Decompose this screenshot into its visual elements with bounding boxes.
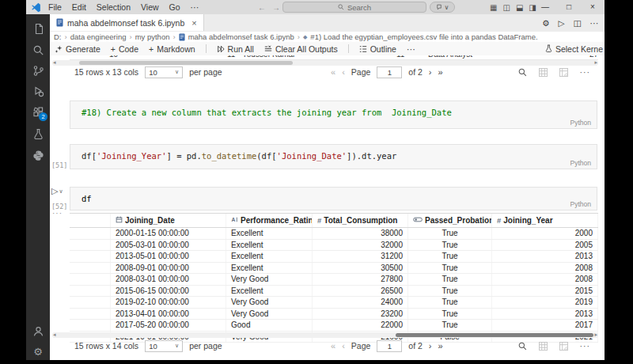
code-cell-assign[interactable]: df['Joining_Year'] = pd.to_datetime(df['… [70, 144, 597, 169]
table-cell: Excellent [226, 240, 313, 251]
grid-edit-icon[interactable] [559, 68, 568, 77]
minimize-button[interactable]: — [533, 0, 557, 14]
add-markdown-cell-button[interactable]: +Markdown [149, 44, 195, 54]
toolbar-more-icon[interactable]: ⋯ [407, 44, 415, 54]
search-icon [338, 4, 344, 10]
clear-all-icon [264, 45, 272, 53]
breadcrumb-folder-2[interactable]: my python [135, 32, 170, 41]
more-options-icon[interactable]: ··· [580, 67, 591, 77]
tab-close-icon[interactable]: × [191, 18, 196, 28]
toolbar-divider [348, 44, 349, 53]
outline-button[interactable]: Outline [359, 44, 396, 54]
menu-selection[interactable]: Selection [93, 2, 135, 12]
column-header-Passed_Probation[interactable]: Passed_Probation [408, 214, 492, 227]
breadcrumb-folder-1[interactable]: data engineering [70, 32, 127, 41]
column-header-Joining_Date[interactable]: Joining_Date [111, 214, 226, 227]
settings-gear-icon[interactable]: ⚙ [26, 342, 50, 360]
title-bar: File Edit Selection View Go ⋯ ← → Search… [26, 0, 605, 14]
cell-code[interactable]: df [81, 194, 92, 203]
split-editor-icon[interactable]: ◫ [574, 18, 582, 28]
page-number-input[interactable]: 1 [377, 340, 402, 352]
account-icon[interactable] [26, 321, 50, 340]
run-cell-button[interactable]: ▷ ∨ [51, 186, 63, 196]
notebook-file-icon [179, 33, 185, 41]
select-kernel-button[interactable]: Select Kerne [545, 42, 603, 55]
command-center-search[interactable]: Search [282, 2, 426, 13]
menu-file[interactable]: File [44, 2, 66, 12]
explorer-icon[interactable] [26, 19, 50, 38]
table-cell: Excellent [226, 251, 313, 262]
python-icon[interactable] [26, 146, 50, 165]
menu-go[interactable]: Go [165, 2, 184, 12]
source-control-icon[interactable] [26, 61, 50, 80]
cell-code[interactable]: df['Joining_Year'] = pd.to_datetime(df['… [81, 151, 396, 161]
first-page-button[interactable]: « [331, 341, 335, 351]
forward-icon[interactable]: → [272, 3, 280, 12]
scroll-left-icon: ◂ [53, 59, 56, 66]
page-size-dropdown[interactable]: 10 ∨ [145, 66, 183, 78]
testing-icon[interactable] [26, 124, 50, 143]
toggle-sidebar-icon[interactable]: ◫ [502, 3, 510, 12]
search-icon[interactable] [518, 342, 527, 351]
cell-code[interactable]: #18) Create a new column that extracts t… [81, 108, 452, 117]
page-number-input[interactable]: 1 [377, 66, 402, 78]
last-page-button[interactable]: » [438, 67, 443, 77]
more-actions-icon[interactable]: ⋯ [590, 18, 599, 28]
column-header-Joining_Year[interactable]: #Joining_Year [492, 214, 598, 227]
run-action-icon[interactable]: ▷ [559, 18, 565, 28]
first-page-button[interactable]: « [331, 67, 335, 77]
code-cell-df[interactable]: df Python [70, 187, 597, 210]
cell-more-actions-icon[interactable]: ··· [52, 209, 63, 218]
table-cell: 2000 [492, 228, 598, 239]
prev-page-button[interactable]: ‹ [342, 67, 345, 77]
clear-all-outputs-button[interactable]: Clear All Outputs [264, 44, 338, 54]
search-icon[interactable] [518, 68, 527, 77]
grid-view-icon[interactable] [539, 68, 548, 77]
last-page-button[interactable]: » [438, 341, 443, 351]
boolean-type-icon [413, 214, 423, 227]
customize-layout-icon[interactable]: ▦ [490, 3, 497, 12]
page-size-dropdown[interactable]: 10 ∨ [145, 340, 183, 352]
next-page-button[interactable]: › [429, 67, 432, 77]
run-all-button[interactable]: Run All [217, 44, 254, 54]
table-row: 2008-03-01 00:00:00Very Good27800True200… [70, 274, 598, 286]
generate-button[interactable]: Generate [55, 44, 100, 54]
tab-label: maha abdelmonsef task 6.ipynb [67, 18, 184, 28]
menu-view[interactable]: View [137, 2, 163, 12]
menu-more[interactable]: ⋯ [186, 2, 203, 12]
next-page-button[interactable]: › [429, 341, 432, 351]
toggle-panel-icon[interactable]: ⬓ [516, 3, 523, 12]
scroll-right-icon: ▸ [594, 332, 597, 338]
extensions-icon[interactable]: 2 [26, 102, 50, 121]
code-cell-comment[interactable]: #18) Create a new column that extracts t… [70, 100, 597, 129]
breadcrumb-file[interactable]: maha abdelmonsef task 6.ipynb [188, 32, 294, 41]
column-header-Performance_Rating[interactable]: APerformance_Rating [226, 214, 313, 227]
close-button[interactable]: × [581, 0, 605, 14]
prev-page-button[interactable]: ‹ [342, 341, 345, 351]
page-label: Page [351, 341, 371, 351]
run-debug-icon[interactable] [26, 82, 50, 100]
horizontal-scrollbar[interactable]: ◂ ▸ [52, 332, 598, 338]
menu-edit[interactable]: Edit [68, 2, 90, 12]
search-sidebar-icon[interactable] [26, 40, 50, 59]
table-cell: Very Good [226, 274, 313, 285]
grid-edit-icon[interactable] [559, 342, 568, 351]
breadcrumb-section[interactable]: #1) Load the egyptian_employees.csv file… [310, 32, 537, 41]
table-cell: 2008 [492, 274, 598, 285]
grid-view-icon[interactable] [539, 342, 548, 351]
maximize-button[interactable]: □ [557, 0, 581, 14]
table-cell: True [408, 274, 492, 285]
add-code-cell-button[interactable]: +Code [111, 44, 138, 54]
breadcrumb-drive[interactable]: D: [54, 32, 62, 41]
back-icon[interactable]: ← [258, 3, 266, 12]
column-header-Total_Consumption[interactable]: #Total_Consumption [313, 214, 408, 227]
more-options-icon[interactable]: ··· [580, 341, 591, 351]
scrollbar-thumb[interactable] [396, 333, 593, 337]
notebook-settings-icon[interactable]: ⚙ [542, 18, 549, 28]
table-cell: 2008-03-01 00:00:00 [111, 274, 226, 285]
tab-notebook[interactable]: maha abdelmonsef task 6.ipynb × [50, 14, 204, 31]
table-cell: 23200 [313, 309, 408, 320]
calendar-type-icon [116, 214, 123, 227]
copilot-control[interactable]: ∨ [430, 2, 455, 13]
search-placeholder: Search [347, 3, 371, 12]
